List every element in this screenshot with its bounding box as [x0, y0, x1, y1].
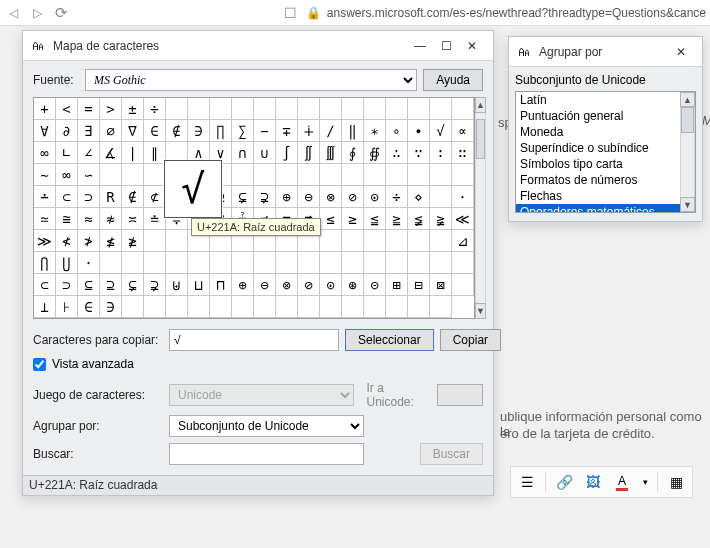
- char-cell[interactable]: [144, 296, 166, 318]
- list-item[interactable]: Formatos de números: [516, 172, 680, 188]
- scroll-track[interactable]: [475, 113, 486, 303]
- list-item[interactable]: Flechas: [516, 188, 680, 204]
- char-cell[interactable]: ∠: [78, 142, 100, 164]
- char-cell[interactable]: [254, 296, 276, 318]
- list-item[interactable]: Superíndice o subíndice: [516, 140, 680, 156]
- char-cell[interactable]: ≨: [408, 208, 430, 230]
- char-cell[interactable]: [430, 98, 452, 120]
- char-cell[interactable]: ≤: [320, 208, 342, 230]
- char-cell[interactable]: [364, 164, 386, 186]
- char-cell[interactable]: [342, 230, 364, 252]
- char-cell[interactable]: ∬: [298, 142, 320, 164]
- char-cell[interactable]: ⋃: [56, 252, 78, 274]
- char-cell[interactable]: ⊋: [254, 186, 276, 208]
- char-cell[interactable]: [232, 296, 254, 318]
- char-cell[interactable]: ≐: [144, 208, 166, 230]
- char-cell[interactable]: ∃: [78, 120, 100, 142]
- char-cell[interactable]: ⊋: [144, 274, 166, 296]
- char-cell[interactable]: [122, 252, 144, 274]
- char-cell[interactable]: ∯: [364, 142, 386, 164]
- char-cell[interactable]: ∈: [78, 296, 100, 318]
- char-cell[interactable]: ∫: [276, 142, 298, 164]
- table-icon[interactable]: ▦: [663, 470, 689, 494]
- char-cell[interactable]: =: [78, 98, 100, 120]
- char-cell[interactable]: [144, 164, 166, 186]
- char-cell[interactable]: [210, 252, 232, 274]
- char-cell[interactable]: [232, 164, 254, 186]
- bookmark-icon[interactable]: ☐: [282, 4, 300, 22]
- char-cell[interactable]: [298, 252, 320, 274]
- close-button[interactable]: ✕: [459, 36, 485, 56]
- char-cell[interactable]: ∀: [34, 120, 56, 142]
- char-cell[interactable]: [276, 252, 298, 274]
- browser-forward-button[interactable]: ▷: [28, 4, 46, 22]
- char-cell[interactable]: [276, 164, 298, 186]
- char-cell[interactable]: [408, 98, 430, 120]
- char-cell[interactable]: ∴: [386, 142, 408, 164]
- char-cell[interactable]: ±: [122, 98, 144, 120]
- char-cell[interactable]: ∉: [122, 186, 144, 208]
- char-cell[interactable]: ÷: [144, 98, 166, 120]
- char-cell[interactable]: [276, 98, 298, 120]
- char-cell[interactable]: ∸: [34, 186, 56, 208]
- char-cell[interactable]: ∋: [100, 296, 122, 318]
- char-cell[interactable]: ⊟: [408, 274, 430, 296]
- char-cell[interactable]: [122, 296, 144, 318]
- char-cell[interactable]: [342, 296, 364, 318]
- char-cell[interactable]: ⊖: [254, 274, 276, 296]
- list-item[interactable]: Moneda: [516, 124, 680, 140]
- char-cell[interactable]: ∪: [254, 142, 276, 164]
- char-cell[interactable]: ⊖: [298, 186, 320, 208]
- character-grid[interactable]: +<=>±÷∀∂∃∅∇∈∉∋∏∑−∓∔∕‖∗∘∙√∝∞∟∠∡∣∥∧∨∩∪∫∬∭∮…: [33, 97, 475, 319]
- char-cell[interactable]: ≯: [78, 230, 100, 252]
- minimize-button[interactable]: —: [407, 36, 433, 56]
- char-cell[interactable]: [452, 98, 474, 120]
- char-cell[interactable]: >: [100, 98, 122, 120]
- char-cell[interactable]: [254, 252, 276, 274]
- char-cell[interactable]: [408, 230, 430, 252]
- close-button[interactable]: ✕: [668, 42, 694, 62]
- char-cell[interactable]: [364, 230, 386, 252]
- list-icon[interactable]: ☰: [514, 470, 540, 494]
- char-cell[interactable]: [210, 296, 232, 318]
- char-cell[interactable]: ≅: [56, 208, 78, 230]
- char-cell[interactable]: [364, 296, 386, 318]
- char-cell[interactable]: [408, 164, 430, 186]
- char-cell[interactable]: [232, 252, 254, 274]
- char-cell[interactable]: [408, 252, 430, 274]
- scroll-down-button[interactable]: ▼: [680, 197, 695, 212]
- char-cell[interactable]: ⊕: [276, 186, 298, 208]
- char-cell[interactable]: ⊗: [276, 274, 298, 296]
- char-cell[interactable]: ⊠: [430, 274, 452, 296]
- char-cell[interactable]: ∡: [100, 142, 122, 164]
- char-cell[interactable]: ⊂: [34, 274, 56, 296]
- char-cell[interactable]: [232, 98, 254, 120]
- char-cell[interactable]: ≫: [34, 230, 56, 252]
- char-cell[interactable]: ≪: [452, 208, 474, 230]
- char-cell[interactable]: ∈: [144, 120, 166, 142]
- list-item[interactable]: Operadores matemáticos: [516, 204, 680, 212]
- char-cell[interactable]: ⊿: [452, 230, 474, 252]
- char-cell[interactable]: [298, 98, 320, 120]
- char-cell[interactable]: ≥: [342, 208, 364, 230]
- browser-reload-button[interactable]: ⟳: [52, 4, 70, 22]
- unicode-subset-listbox[interactable]: LatínPuntuación generalMonedaSuperíndice…: [516, 92, 680, 212]
- char-cell[interactable]: ∑: [232, 120, 254, 142]
- list-item[interactable]: Latín: [516, 92, 680, 108]
- scroll-track[interactable]: [680, 107, 695, 197]
- char-cell[interactable]: ∉: [166, 120, 188, 142]
- char-cell[interactable]: ∗: [364, 120, 386, 142]
- char-cell[interactable]: ∕: [320, 120, 342, 142]
- copy-button[interactable]: Copiar: [440, 329, 501, 351]
- char-cell[interactable]: ≉: [100, 208, 122, 230]
- char-cell[interactable]: [430, 252, 452, 274]
- char-cell[interactable]: [386, 296, 408, 318]
- char-cell[interactable]: ≩: [430, 208, 452, 230]
- char-cell[interactable]: ∩: [232, 142, 254, 164]
- char-cell[interactable]: [122, 164, 144, 186]
- char-cell[interactable]: [188, 252, 210, 274]
- char-cell[interactable]: ⊙: [320, 274, 342, 296]
- scroll-thumb[interactable]: [681, 107, 694, 133]
- char-cell[interactable]: [144, 252, 166, 274]
- char-cell[interactable]: ≦: [364, 208, 386, 230]
